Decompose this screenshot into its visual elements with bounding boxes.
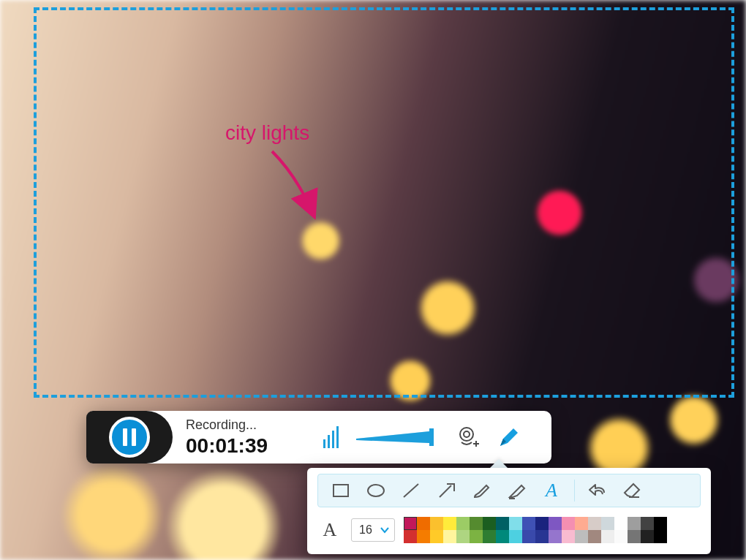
- highlighter-icon: [505, 480, 527, 502]
- color-swatch[interactable]: [496, 517, 509, 530]
- color-swatch[interactable]: [628, 517, 641, 530]
- eraser-icon: [622, 480, 644, 502]
- color-swatch[interactable]: [483, 530, 496, 543]
- annotation-tool-panel: A A 16: [307, 468, 711, 554]
- annotation-text[interactable]: city lights: [225, 121, 309, 145]
- separator: [574, 480, 575, 502]
- highlighter-tool-button[interactable]: [500, 476, 533, 505]
- color-swatch[interactable]: [628, 530, 641, 543]
- color-swatch[interactable]: [430, 530, 443, 543]
- color-swatch[interactable]: [614, 517, 628, 530]
- color-swatch[interactable]: [470, 517, 483, 530]
- rectangle-icon: [330, 480, 352, 502]
- color-swatch[interactable]: [562, 517, 575, 530]
- color-swatch[interactable]: [641, 517, 654, 530]
- ellipse-tool-button[interactable]: [359, 476, 393, 505]
- undo-button[interactable]: [581, 476, 614, 505]
- draw-tool-button[interactable]: [489, 417, 530, 458]
- svg-rect-6: [429, 428, 434, 446]
- text-tool-button[interactable]: A: [535, 476, 568, 505]
- volume-slider-icon: [356, 428, 444, 446]
- annotation-options-row: A 16: [317, 515, 701, 545]
- svg-rect-2: [332, 431, 334, 448]
- text-icon: A: [540, 480, 562, 502]
- volume-slider[interactable]: [353, 417, 448, 458]
- color-swatch[interactable]: [588, 530, 601, 543]
- color-swatch[interactable]: [654, 530, 667, 543]
- line-icon: [400, 480, 422, 502]
- font-size-value: 16: [359, 523, 372, 537]
- color-swatch[interactable]: [535, 517, 549, 530]
- svg-line-14: [440, 485, 451, 497]
- recording-elapsed-time: 00:01:39: [186, 434, 303, 458]
- color-swatch[interactable]: [404, 517, 417, 530]
- pause-icon: [123, 428, 136, 446]
- color-swatch[interactable]: [443, 517, 456, 530]
- font-size-select[interactable]: 16: [351, 518, 395, 542]
- color-swatch[interactable]: [443, 530, 456, 543]
- pencil-icon: [497, 425, 521, 449]
- arrow-tool-button[interactable]: [429, 476, 463, 505]
- color-swatch[interactable]: [575, 517, 588, 530]
- svg-rect-3: [336, 426, 339, 448]
- svg-rect-0: [323, 439, 325, 448]
- recording-control-pill: [86, 411, 173, 463]
- recording-status: Recording... 00:01:39: [186, 417, 303, 458]
- color-swatch[interactable]: [654, 517, 667, 530]
- recording-toolbar: Recording... 00:01:39: [86, 411, 551, 463]
- color-swatch[interactable]: [483, 517, 496, 530]
- color-swatch[interactable]: [509, 517, 522, 530]
- color-swatch[interactable]: [601, 517, 614, 530]
- chevron-down-icon: [380, 525, 390, 535]
- color-swatch[interactable]: [404, 530, 417, 543]
- color-swatch[interactable]: [535, 530, 549, 543]
- color-swatch[interactable]: [417, 530, 430, 543]
- color-swatch[interactable]: [549, 530, 562, 543]
- brush-tool-button[interactable]: [464, 476, 498, 505]
- svg-point-8: [464, 431, 470, 437]
- color-swatch[interactable]: [601, 530, 614, 543]
- svg-marker-5: [356, 431, 429, 443]
- color-swatch[interactable]: [641, 530, 654, 543]
- color-swatch[interactable]: [522, 530, 535, 543]
- rectangle-tool-button[interactable]: [324, 476, 358, 505]
- color-swatch[interactable]: [614, 530, 628, 543]
- color-swatch[interactable]: [417, 517, 430, 530]
- audio-meter-button[interactable]: [312, 417, 353, 458]
- pause-button[interactable]: [109, 417, 150, 458]
- color-swatch[interactable]: [496, 530, 509, 543]
- color-swatch[interactable]: [522, 517, 535, 530]
- arrow-icon: [435, 480, 457, 502]
- color-swatch[interactable]: [588, 517, 601, 530]
- color-swatch[interactable]: [509, 530, 522, 543]
- line-tool-button[interactable]: [394, 476, 428, 505]
- color-swatch-grid: [404, 517, 667, 543]
- color-swatch[interactable]: [456, 517, 470, 530]
- ellipse-icon: [365, 480, 387, 502]
- font-size-glyph: A: [317, 519, 342, 541]
- undo-icon: [587, 480, 609, 502]
- svg-rect-11: [334, 485, 348, 496]
- svg-point-12: [368, 485, 384, 496]
- svg-point-7: [460, 428, 473, 441]
- svg-rect-1: [328, 435, 330, 448]
- brush-icon: [470, 480, 492, 502]
- recording-status-label: Recording...: [186, 417, 303, 433]
- svg-text:A: A: [544, 480, 557, 501]
- annotation-tool-row: A: [317, 474, 701, 507]
- color-swatch[interactable]: [430, 517, 443, 530]
- color-swatch[interactable]: [456, 530, 470, 543]
- color-swatch[interactable]: [470, 530, 483, 543]
- color-swatch[interactable]: [575, 530, 588, 543]
- eraser-button[interactable]: [616, 476, 649, 505]
- svg-line-13: [404, 484, 418, 497]
- webcam-toggle-button[interactable]: [448, 417, 489, 458]
- audio-meter-icon: [322, 425, 342, 450]
- color-swatch[interactable]: [562, 530, 575, 543]
- webcam-icon: [456, 425, 481, 450]
- color-swatch[interactable]: [549, 517, 562, 530]
